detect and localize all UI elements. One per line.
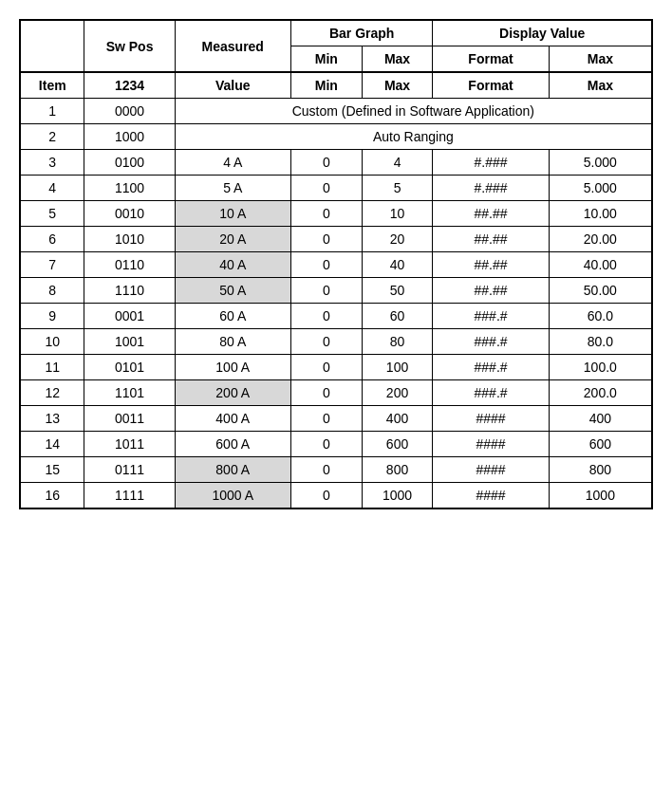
cell-measured: 800 A bbox=[175, 457, 290, 483]
cell-dispmax: 200.0 bbox=[549, 380, 652, 406]
cell-swpos: 1011 bbox=[84, 432, 175, 457]
cell-swpos: 1100 bbox=[84, 176, 175, 201]
cell-item: 14 bbox=[20, 432, 84, 457]
cell-item: 2 bbox=[20, 124, 84, 150]
cell-measured: 50 A bbox=[175, 278, 290, 304]
cell-format: #### bbox=[433, 432, 549, 457]
header-row-1: Sw Pos Measured Bar Graph Display Value bbox=[20, 20, 652, 46]
header-swpos: Sw Pos bbox=[84, 20, 175, 72]
header-dispmax: Max bbox=[549, 46, 652, 73]
header-min: Min bbox=[290, 46, 362, 73]
cell-dispmax: 5.000 bbox=[549, 150, 652, 176]
cell-swpos: 0101 bbox=[84, 355, 175, 380]
cell-swpos: 0111 bbox=[84, 457, 175, 483]
cell-item: 10 bbox=[20, 329, 84, 355]
cell-dispmax: 1000 bbox=[549, 483, 652, 509]
cell-min: 0 bbox=[290, 432, 362, 457]
cell-swpos: 1000 bbox=[84, 124, 175, 150]
cell-measured: 60 A bbox=[175, 304, 290, 329]
cell-measured: 200 A bbox=[175, 380, 290, 406]
cell-dispmax: 100.0 bbox=[549, 355, 652, 380]
cell-dispmax: 50.00 bbox=[549, 278, 652, 304]
table-body: 10000Custom (Defined in Software Applica… bbox=[20, 99, 652, 509]
cell-item: 1 bbox=[20, 99, 84, 124]
table-row: 110101100 A0100###.#100.0 bbox=[20, 355, 652, 380]
cell-measured: 80 A bbox=[175, 329, 290, 355]
cell-format: ##.## bbox=[433, 227, 549, 252]
cell-item: 12 bbox=[20, 380, 84, 406]
cell-max: 50 bbox=[362, 278, 433, 304]
cell-dispmax: 600 bbox=[549, 432, 652, 457]
cell-item: 13 bbox=[20, 406, 84, 432]
cell-min: 0 bbox=[290, 483, 362, 509]
cell-max: 80 bbox=[362, 329, 433, 355]
cell-swpos: 0100 bbox=[84, 150, 175, 176]
cell-measured: 4 A bbox=[175, 150, 290, 176]
table-row: 121101200 A0200###.#200.0 bbox=[20, 380, 652, 406]
cell-dispmax: 400 bbox=[549, 406, 652, 432]
cell-item: 4 bbox=[20, 176, 84, 201]
header-dispmax-label: Max bbox=[549, 72, 652, 99]
cell-dispmax: 10.00 bbox=[549, 201, 652, 227]
cell-measured: 600 A bbox=[175, 432, 290, 457]
table-row: 301004 A04#.###5.000 bbox=[20, 150, 652, 176]
data-table: Sw Pos Measured Bar Graph Display Value … bbox=[19, 19, 653, 509]
cell-item: 11 bbox=[20, 355, 84, 380]
cell-min: 0 bbox=[290, 227, 362, 252]
header-bargraph: Bar Graph bbox=[290, 20, 433, 46]
header-max-label: Max bbox=[362, 72, 433, 99]
cell-measured: 10 A bbox=[175, 201, 290, 227]
table-row: 6101020 A020##.##20.00 bbox=[20, 227, 652, 252]
table-row: 411005 A05#.###5.000 bbox=[20, 176, 652, 201]
header-displayvalue: Display Value bbox=[433, 20, 652, 46]
cell-min: 0 bbox=[290, 150, 362, 176]
header-measured-label: Value bbox=[175, 72, 290, 99]
header-item-label: Item bbox=[20, 72, 84, 99]
header-swpos-label: 1234 bbox=[84, 72, 175, 99]
cell-swpos: 1110 bbox=[84, 278, 175, 304]
table-row: 9000160 A060###.#60.0 bbox=[20, 304, 652, 329]
cell-format: ###.# bbox=[433, 304, 549, 329]
header-format: Format bbox=[433, 46, 549, 73]
cell-item: 8 bbox=[20, 278, 84, 304]
table-row: 5001010 A010##.##10.00 bbox=[20, 201, 652, 227]
table-row: 1611111000 A01000####1000 bbox=[20, 483, 652, 509]
header-measured: Measured bbox=[175, 20, 290, 72]
cell-min: 0 bbox=[290, 201, 362, 227]
cell-format: ##.## bbox=[433, 201, 549, 227]
cell-item: 3 bbox=[20, 150, 84, 176]
cell-dispmax: 800 bbox=[549, 457, 652, 483]
cell-measured: 400 A bbox=[175, 406, 290, 432]
cell-measured-span: Auto Ranging bbox=[175, 124, 652, 150]
cell-max: 40 bbox=[362, 252, 433, 278]
cell-dispmax: 40.00 bbox=[549, 252, 652, 278]
cell-min: 0 bbox=[290, 278, 362, 304]
cell-swpos: 1101 bbox=[84, 380, 175, 406]
table-row: 21000Auto Ranging bbox=[20, 124, 652, 150]
cell-swpos: 0000 bbox=[84, 99, 175, 124]
cell-max: 5 bbox=[362, 176, 433, 201]
header-row-3: Item 1234 Value Min Max Format Max bbox=[20, 72, 652, 99]
cell-min: 0 bbox=[290, 355, 362, 380]
cell-swpos: 1111 bbox=[84, 483, 175, 509]
cell-format: ###.# bbox=[433, 355, 549, 380]
cell-item: 7 bbox=[20, 252, 84, 278]
cell-min: 0 bbox=[290, 304, 362, 329]
cell-max: 200 bbox=[362, 380, 433, 406]
cell-swpos: 0011 bbox=[84, 406, 175, 432]
cell-format: #.### bbox=[433, 176, 549, 201]
cell-format: ##.## bbox=[433, 252, 549, 278]
cell-measured: 1000 A bbox=[175, 483, 290, 509]
cell-swpos: 1001 bbox=[84, 329, 175, 355]
cell-max: 100 bbox=[362, 355, 433, 380]
cell-format: ###.# bbox=[433, 329, 549, 355]
cell-dispmax: 20.00 bbox=[549, 227, 652, 252]
cell-item: 5 bbox=[20, 201, 84, 227]
cell-max: 800 bbox=[362, 457, 433, 483]
table-row: 141011600 A0600####600 bbox=[20, 432, 652, 457]
cell-min: 0 bbox=[290, 406, 362, 432]
cell-dispmax: 60.0 bbox=[549, 304, 652, 329]
cell-measured-span: Custom (Defined in Software Application) bbox=[175, 99, 652, 124]
cell-item: 9 bbox=[20, 304, 84, 329]
table-row: 10100180 A080###.#80.0 bbox=[20, 329, 652, 355]
